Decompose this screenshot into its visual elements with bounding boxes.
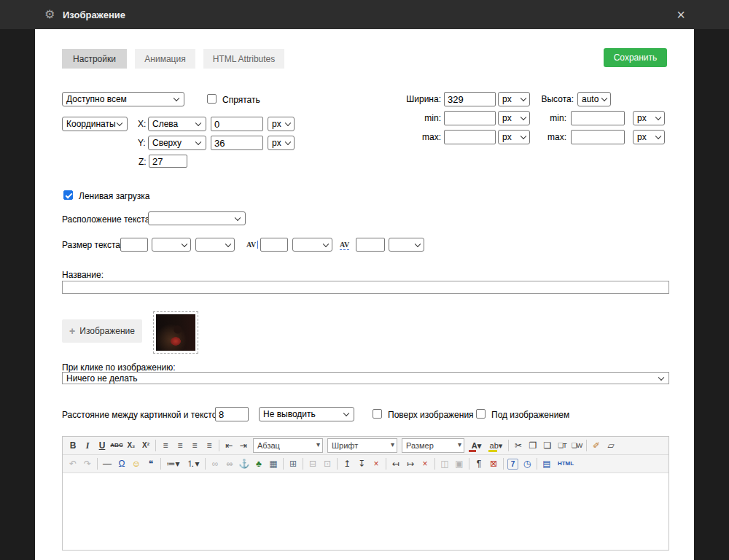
y-unit-select[interactable]: px [268, 136, 295, 150]
copy-button[interactable]: ❐ [526, 438, 540, 453]
bullet-list-button[interactable]: ≔▾ [163, 456, 183, 471]
insert-row-before-button[interactable]: ↥ [340, 456, 354, 471]
bold-button[interactable]: B [66, 438, 80, 453]
special-char-button[interactable]: Ω [114, 456, 129, 471]
close-icon[interactable]: × [672, 6, 690, 23]
font-size-select[interactable]: Размер [402, 438, 464, 453]
letter-spacing-unit-select[interactable] [292, 238, 332, 252]
blockquote-button[interactable]: ❝ [144, 456, 158, 471]
visual-chars-button[interactable]: ¶ [472, 456, 486, 471]
hide-checkbox[interactable] [207, 94, 217, 104]
insert-row-after-button[interactable]: ↧ [354, 456, 369, 471]
anchor-button[interactable]: ⚓ [237, 456, 252, 471]
text-position-select[interactable] [148, 211, 246, 225]
tab-html-attributes[interactable]: HTML Attributes [203, 49, 284, 69]
height-min-input[interactable] [571, 111, 625, 125]
html-source-button[interactable]: HTML [554, 456, 577, 471]
height-min-unit-select[interactable]: px [633, 111, 665, 125]
image-thumbnail[interactable] [153, 311, 198, 354]
align-justify-button[interactable]: ≡ [202, 438, 217, 453]
x-unit-select[interactable]: px [268, 117, 295, 131]
z-value-input[interactable] [149, 155, 187, 168]
indent-button[interactable]: ⇥ [236, 438, 251, 453]
align-right-button[interactable]: ≡ [187, 438, 202, 453]
letter-spacing-input[interactable] [260, 238, 288, 252]
width-max-unit-select[interactable]: px [498, 130, 530, 144]
width-min-unit-select[interactable]: px [498, 111, 530, 125]
lazy-loading-checkbox[interactable] [63, 190, 73, 200]
width-input[interactable] [444, 92, 496, 106]
y-value-input[interactable] [211, 136, 263, 150]
subscript-button[interactable]: X₂ [124, 438, 139, 453]
outdent-button[interactable]: ⇤ [222, 438, 236, 453]
paste-button[interactable]: ❏ [540, 438, 555, 453]
spacing-input[interactable] [215, 407, 249, 421]
visibility-select[interactable]: Доступно всем [62, 92, 184, 106]
paste-from-word-button[interactable]: ❏W [569, 438, 584, 453]
save-button[interactable]: Сохранить [604, 48, 667, 67]
link-button[interactable]: ∞ [208, 456, 222, 471]
y-position-select[interactable]: Сверху [148, 136, 206, 150]
word-spacing-unit-select[interactable] [389, 238, 424, 252]
text-size-input[interactable] [120, 238, 148, 252]
emoticon-button[interactable]: ☺ [129, 456, 144, 471]
coords-mode-select[interactable]: Координаты [62, 117, 128, 131]
numbered-list-button[interactable]: ⒈▾ [183, 456, 203, 471]
under-image-checkbox[interactable] [476, 409, 486, 419]
paste-as-text-button[interactable]: ❏T [555, 438, 569, 453]
caption-output-select[interactable]: Не выводить [259, 407, 354, 421]
insert-col-after-button[interactable]: ↦ [403, 456, 418, 471]
format-brush-button[interactable]: ✐ [589, 438, 604, 453]
page-break-button[interactable]: ⊠ [486, 456, 501, 471]
title-input[interactable] [62, 281, 669, 294]
table-row-props-button[interactable]: ⊟ [305, 456, 320, 471]
italic-button[interactable]: I [80, 438, 95, 453]
strikethrough-button[interactable]: ABC [109, 438, 124, 453]
height-max-unit-select[interactable]: px [633, 130, 665, 144]
image-upload-button[interactable]: + Изображение [62, 319, 142, 343]
eraser-button[interactable]: ▱ [604, 438, 618, 453]
over-image-checkbox[interactable] [373, 409, 382, 419]
redo-button[interactable]: ↷ [80, 456, 95, 471]
height-label: Высота: [537, 94, 574, 104]
align-center-button[interactable]: ≡ [173, 438, 187, 453]
tab-settings-label: Настройки [73, 54, 116, 64]
word-spacing-input[interactable] [356, 238, 385, 252]
width-max-input[interactable] [444, 130, 496, 144]
split-cells-button[interactable]: ◫ [437, 456, 452, 471]
superscript-button[interactable]: X² [139, 438, 153, 453]
cut-button[interactable]: ✂ [511, 438, 526, 453]
text-size-extra-select[interactable] [195, 238, 235, 252]
font-family-select[interactable]: Шрифт [327, 438, 397, 453]
height-select[interactable]: auto [577, 92, 611, 106]
undo-button[interactable]: ↶ [66, 456, 80, 471]
insert-date-button[interactable]: 7 [507, 459, 518, 470]
merge-cells-button[interactable]: ▣ [452, 456, 467, 471]
paragraph-format-select[interactable]: Абзац [253, 438, 323, 453]
height-max-input[interactable] [571, 130, 625, 144]
delete-col-button[interactable]: × [418, 456, 432, 471]
x-value-input[interactable] [211, 117, 263, 131]
text-color-button[interactable]: A▾ [467, 438, 486, 453]
width-unit-select[interactable]: px [498, 92, 530, 106]
edit-table-button[interactable]: ⊞ [286, 456, 300, 471]
horizontal-rule-button[interactable]: — [100, 456, 114, 471]
media-button[interactable]: ▦ [266, 456, 281, 471]
on-click-select[interactable]: Ничего не делать [62, 372, 669, 384]
unlink-button[interactable]: ∞ [222, 456, 237, 471]
table-cell-props-button[interactable]: ⊡ [320, 456, 335, 471]
delete-row-button[interactable]: × [369, 456, 383, 471]
highlight-color-button[interactable]: ab▾ [486, 438, 506, 453]
preview-button[interactable]: ▤ [539, 456, 554, 471]
align-left-button[interactable]: ≡ [158, 438, 173, 453]
text-size-unit-select[interactable] [152, 238, 191, 252]
width-min-input[interactable] [444, 111, 496, 125]
tab-animation[interactable]: Анимация [135, 49, 195, 69]
insert-col-before-button[interactable]: ↤ [389, 456, 403, 471]
editor-content-area[interactable] [63, 473, 668, 550]
x-position-select[interactable]: Слева [148, 117, 206, 131]
insert-image-button[interactable]: ♣ [252, 456, 266, 471]
underline-button[interactable]: U [95, 438, 109, 453]
tab-settings[interactable]: Настройки [62, 49, 127, 69]
insert-time-button[interactable]: ◷ [520, 456, 534, 471]
